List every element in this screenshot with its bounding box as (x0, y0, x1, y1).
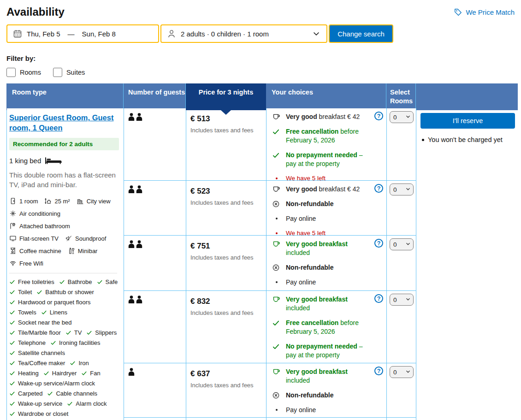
select-cell: 0 (387, 181, 416, 236)
facility-item: Wake-up service/Alarm clock (9, 380, 95, 387)
check-icon (70, 360, 76, 366)
room-highlight-label: Air conditioning (19, 210, 60, 217)
facility-item: Fan (81, 370, 100, 377)
breakfast-line: Very good breakfast included (272, 295, 371, 313)
price-match-link[interactable]: We Price Match (454, 8, 515, 17)
check-icon (272, 127, 281, 145)
facility-item: Toilet (9, 289, 32, 296)
reserve-cell: I'll reserve You won't be charged yet (416, 108, 518, 420)
checkin-date: Thu, Feb 5 (27, 30, 60, 38)
room-name-link[interactable]: Superior Guest Room, Guest room, 1 Queen (9, 113, 119, 133)
filter-rooms[interactable]: Rooms (6, 68, 41, 77)
cup-icon (272, 112, 281, 121)
guests-cell (124, 291, 186, 363)
date-range-field[interactable]: Thu, Feb 5 — Sun, Feb 8 (6, 24, 159, 43)
rooms-quantity-select[interactable]: 0 (390, 183, 414, 195)
price-note: Includes taxes and fees (190, 199, 266, 206)
date-separator: — (68, 30, 75, 38)
breakfast-line: Very good breakfast € 42 (272, 112, 371, 121)
select-cell: 0 (387, 363, 416, 418)
price-value: € 637 (190, 369, 266, 379)
facility-item: Tea/Coffee maker (9, 360, 65, 367)
no-refund-icon (272, 391, 281, 400)
check-icon (81, 370, 87, 376)
header-your-choices: Your choices (266, 83, 386, 110)
help-icon[interactable]: ? (374, 367, 383, 375)
facility-item: TV (65, 329, 82, 336)
facility-item: Hardwood or parquet floors (9, 299, 91, 306)
filter-suites[interactable]: Suites (53, 68, 85, 77)
help-icon[interactable]: ? (374, 294, 383, 303)
facility-label: Carpeted (18, 390, 42, 397)
facility-label: Telephone (18, 339, 46, 346)
rooms-quantity-select[interactable]: 0 (390, 294, 414, 306)
change-search-button[interactable]: Change search (329, 24, 393, 43)
guest-icons (128, 185, 186, 193)
check-icon (9, 340, 15, 346)
facility-item: Alarm clock (67, 400, 107, 407)
facility-label: Tea/Coffee maker (18, 360, 65, 367)
facility-label: TV (74, 329, 82, 336)
next-row-sliver (186, 418, 266, 420)
person-icon (128, 296, 135, 303)
help-icon[interactable]: ? (374, 239, 383, 248)
city-view-icon (77, 197, 84, 205)
door-icon (9, 197, 17, 205)
check-icon (43, 370, 49, 376)
facility-item: Linens (41, 309, 67, 316)
price-note: Includes taxes and fees (190, 309, 266, 316)
facility-item: Cable channels (47, 390, 97, 397)
facility-label: Cable channels (56, 390, 97, 397)
guest-icons (128, 113, 186, 121)
pay-online-line: Pay online (272, 278, 371, 287)
reserve-note-text: You won't be charged yet (428, 136, 503, 143)
policy-check-line: No prepayment needed – pay at the proper… (272, 151, 371, 168)
bathroom-icon (9, 222, 17, 230)
room-type-cell: Superior Guest Room, Guest room, 1 Queen… (7, 108, 124, 420)
rooms-checkbox[interactable] (6, 68, 16, 77)
check-icon (67, 401, 73, 407)
policy-check-line: Free cancellation before February 5, 202… (272, 127, 371, 145)
facility-item: Wake-up service (9, 400, 62, 407)
check-icon (47, 390, 53, 396)
header-empty (416, 83, 518, 110)
guest-icons (128, 368, 186, 376)
room-description: This double room has a flat-screen TV, i… (9, 170, 119, 190)
person-icon (136, 113, 142, 121)
facility-label: Toilet (18, 289, 32, 296)
rooms-quantity-select[interactable]: 0 (390, 366, 414, 378)
occupancy-field[interactable]: 2 adults · 0 children · 1 room (160, 24, 327, 43)
bullet (276, 177, 278, 179)
header-room-type: Room type (6, 83, 124, 110)
help-icon[interactable]: ? (374, 112, 383, 120)
size-icon (44, 197, 52, 205)
suites-checkbox[interactable] (53, 68, 62, 77)
room-highlight-item: Flat-screen TV (9, 235, 59, 242)
suites-checkbox-label: Suites (66, 69, 85, 76)
rooms-quantity-select[interactable]: 0 (390, 238, 414, 250)
minibar-icon (68, 247, 75, 254)
checkout-date: Sun, Feb 8 (82, 30, 116, 38)
facility-label: Slippers (95, 329, 117, 336)
check-icon (9, 299, 15, 305)
pay-online-line: Pay online (272, 406, 371, 414)
no-refund-icon (272, 200, 281, 208)
facility-label: Bathrobe (68, 278, 92, 285)
cup-icon (272, 295, 281, 313)
select-cell: 0 (387, 108, 416, 181)
room-highlight-item: 25 m² (44, 197, 70, 205)
facility-label: Tile/Marble floor (18, 329, 61, 336)
facility-item: Ironing facilities (50, 339, 101, 346)
choices-cell: Very good breakfast includedNon-refundab… (266, 236, 387, 291)
choices-cell: Very good breakfast includedFree cancell… (266, 291, 387, 363)
reserve-button[interactable]: I'll reserve (420, 113, 515, 129)
help-icon[interactable]: ? (374, 184, 383, 193)
guests-cell (124, 363, 186, 418)
occupancy-summary: 2 adults · 0 children · 1 room (181, 30, 269, 38)
rooms-quantity-select[interactable]: 0 (390, 111, 414, 123)
non-refundable-line: Non-refundable (272, 391, 371, 400)
header-select-rooms: Select Rooms (386, 83, 416, 110)
facility-item: Tile/Marble floor (9, 329, 61, 336)
price-cell: € 523 Includes taxes and fees (186, 181, 266, 236)
room-highlight-label: Minibar (78, 248, 98, 254)
